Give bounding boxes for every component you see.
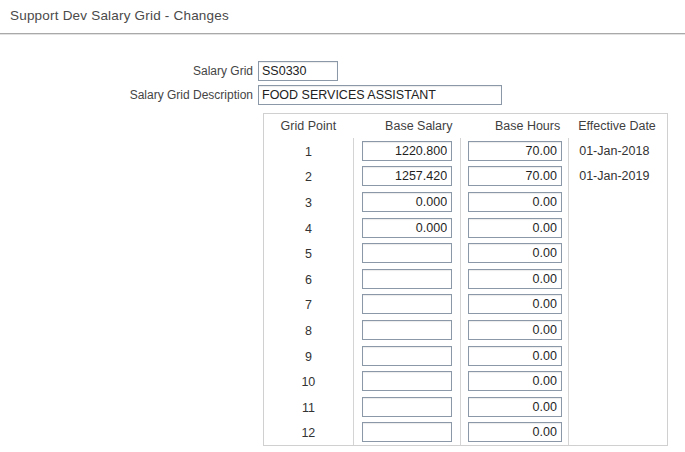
table-row: 2 01-Jan-2019 <box>264 164 667 190</box>
grid-point-label: 4 <box>305 222 312 236</box>
base-salary-input[interactable] <box>362 422 452 442</box>
grid-point-label: 5 <box>305 247 312 261</box>
salary-grid-description-label: Salary Grid Description <box>0 88 258 102</box>
header-base-hours: Base Hours <box>461 119 569 133</box>
salary-grid-input[interactable] <box>258 61 338 81</box>
grid-point-label: 11 <box>302 401 315 415</box>
base-salary-input[interactable] <box>362 294 452 314</box>
base-salary-input[interactable] <box>362 218 452 238</box>
salary-grid-label: Salary Grid <box>0 64 258 78</box>
grid-point-label: 6 <box>305 273 312 287</box>
table-row: 4 <box>264 215 667 241</box>
effective-date-label: 01-Jan-2018 <box>579 144 649 158</box>
table-row: 10 <box>264 368 667 394</box>
base-salary-input[interactable] <box>362 371 452 391</box>
grid-point-label: 7 <box>305 298 312 312</box>
base-hours-input[interactable] <box>468 243 562 263</box>
base-salary-input[interactable] <box>362 346 452 366</box>
table-row: 1 01-Jan-2018 <box>264 138 667 164</box>
table-row: 11 <box>264 394 667 420</box>
grid-point-label: 12 <box>301 426 315 440</box>
base-hours-input[interactable] <box>468 166 562 186</box>
table-row: 3 <box>264 189 667 215</box>
base-hours-input[interactable] <box>468 141 562 161</box>
base-hours-input[interactable] <box>468 320 562 340</box>
title-divider <box>0 33 685 35</box>
header-grid-point: Grid Point <box>264 119 353 133</box>
base-salary-input[interactable] <box>362 166 452 186</box>
base-hours-input[interactable] <box>468 371 562 391</box>
grid-point-label: 10 <box>301 375 315 389</box>
table-row: 5 <box>264 240 667 266</box>
table-row: 6 <box>264 266 667 292</box>
base-hours-input[interactable] <box>468 294 562 314</box>
table-row: 7 <box>264 292 667 318</box>
base-hours-input[interactable] <box>468 346 562 366</box>
base-salary-input[interactable] <box>362 269 452 289</box>
header-effective-date: Effective Date <box>568 119 667 133</box>
page-title: Support Dev Salary Grid - Changes <box>10 8 685 23</box>
salary-grid-description-row: Salary Grid Description <box>0 85 685 105</box>
base-salary-input[interactable] <box>362 141 452 161</box>
grid-point-label: 9 <box>305 350 312 364</box>
base-hours-input[interactable] <box>468 422 562 442</box>
base-hours-input[interactable] <box>468 218 562 238</box>
base-salary-input[interactable] <box>362 192 452 212</box>
grid-point-label: 2 <box>305 170 312 184</box>
base-hours-input[interactable] <box>468 397 562 417</box>
salary-grid-description-input[interactable] <box>258 85 502 105</box>
salary-grid-table-header: Grid Point Base Salary Base Hours Effect… <box>264 114 667 138</box>
base-salary-input[interactable] <box>362 320 452 340</box>
effective-date-label: 01-Jan-2019 <box>579 169 649 183</box>
base-salary-input[interactable] <box>362 397 452 417</box>
grid-point-label: 8 <box>305 324 312 338</box>
base-hours-input[interactable] <box>468 192 562 212</box>
table-row: 12 <box>264 420 667 446</box>
salary-grid-form: Salary Grid Salary Grid Description <box>0 61 685 105</box>
base-hours-input[interactable] <box>468 269 562 289</box>
salary-grid-table: Grid Point Base Salary Base Hours Effect… <box>263 113 668 446</box>
table-row: 8 <box>264 317 667 343</box>
salary-grid-table-body: 1 01-Jan-2018 2 01-Jan-2019 3 <box>264 138 667 445</box>
header-base-salary: Base Salary <box>353 119 461 133</box>
grid-point-label: 1 <box>305 145 312 159</box>
grid-point-label: 3 <box>305 196 312 210</box>
table-row: 9 <box>264 343 667 369</box>
salary-grid-row: Salary Grid <box>0 61 685 81</box>
base-salary-input[interactable] <box>362 243 452 263</box>
